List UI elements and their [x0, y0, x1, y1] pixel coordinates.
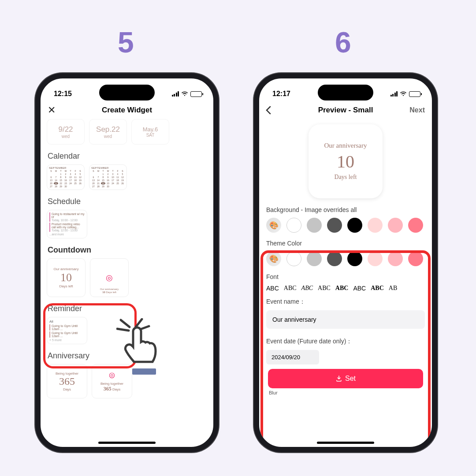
status-time: 12:15: [54, 90, 72, 98]
nav-bar: ✕ Create Widget: [41, 101, 213, 119]
schedule-widget-option[interactable]: Going to restaurant w/ my bfToday, 10:00…: [47, 210, 87, 238]
close-icon[interactable]: ✕: [48, 104, 56, 116]
color-swatch-darkgray[interactable]: [327, 251, 342, 266]
font-option[interactable]: ABC: [318, 285, 331, 292]
reminder-widget-option[interactable]: All Going to Gym Until 12am ... Going to…: [47, 317, 87, 344]
tap-gesture-icon: [116, 318, 165, 376]
back-icon[interactable]: [265, 106, 271, 115]
font-option[interactable]: ABC: [266, 285, 279, 292]
download-icon: [335, 375, 342, 382]
calendar-widget-option[interactable]: SEPTEMBER SMTWTFS 12345 6789101112 13141…: [89, 164, 127, 190]
label-font: Font: [266, 273, 425, 280]
label-theme: Theme Color: [266, 240, 425, 247]
color-swatch-pink[interactable]: [408, 251, 423, 266]
preview-config-scroll[interactable]: Our anniversary 10 Days left Background …: [259, 119, 432, 447]
phone-notch: [318, 85, 373, 100]
signal-icon: [172, 91, 179, 97]
wifi-icon: [181, 91, 188, 97]
section-countdown: Countdown: [48, 245, 207, 255]
font-option[interactable]: ABC: [353, 285, 366, 292]
award-badge-icon: ◎: [109, 371, 115, 379]
font-option[interactable]: ABC: [371, 285, 384, 292]
date-widget-option[interactable]: May.6SAT: [131, 119, 169, 145]
widget-preview: Our anniversary 10 Days left: [309, 124, 383, 198]
font-option[interactable]: AB: [389, 285, 397, 292]
step-number-5: 5: [118, 26, 134, 59]
calendar-widget-option[interactable]: SEPTEMBER SMTWTFS 12345 6789101112 13141…: [47, 164, 85, 190]
status-time: 12:17: [272, 90, 290, 98]
label-event-date: Event date (Future date only)：: [266, 338, 425, 346]
label-blur: Blur: [266, 390, 425, 395]
step-number-6: 6: [335, 26, 351, 59]
color-swatch-pink-light[interactable]: [368, 218, 383, 233]
svg-line-2: [136, 319, 142, 327]
svg-line-0: [121, 320, 130, 327]
battery-icon: [409, 91, 420, 97]
event-date-input[interactable]: [266, 350, 319, 364]
widget-categories-scroll[interactable]: 9/22wed Sep.22wed May.6SAT Calendar SEPT…: [41, 119, 213, 447]
phone-mockup-step5: 12:15 ✕ Create Widget 9/22wed Sep.22wed …: [35, 73, 219, 452]
palette-picker-icon[interactable]: 🎨: [266, 218, 281, 233]
font-option[interactable]: ABC: [301, 285, 313, 292]
palette-picker-icon[interactable]: 🎨: [266, 251, 281, 266]
battery-icon: [190, 91, 202, 97]
page-title: Preview - Small: [318, 106, 373, 115]
color-swatch-white[interactable]: [286, 218, 301, 233]
color-swatch-pink-mid[interactable]: [388, 218, 403, 233]
color-swatch-black[interactable]: [347, 218, 362, 233]
color-swatch-white[interactable]: [286, 251, 301, 266]
color-swatch-black[interactable]: [347, 251, 362, 266]
section-calendar: Calendar: [48, 152, 207, 161]
signal-icon: [390, 91, 398, 97]
nav-bar: Preview - Small Next: [259, 101, 432, 119]
color-swatch-darkgray[interactable]: [327, 218, 342, 233]
award-badge-icon: ◎: [106, 273, 113, 283]
home-indicator[interactable]: [317, 442, 374, 444]
date-widget-option[interactable]: Sep.22wed: [89, 119, 127, 145]
home-indicator[interactable]: [98, 442, 156, 444]
next-button[interactable]: Next: [409, 106, 425, 114]
theme-swatch-row: 🎨: [266, 251, 425, 266]
label-background: Background - Image overrides all: [266, 206, 425, 213]
svg-rect-4: [132, 368, 156, 375]
font-option[interactable]: ABC: [284, 285, 297, 292]
svg-line-1: [117, 329, 129, 331]
countdown-widget-option-alt[interactable]: ◎ Our anniversary10 Days left: [90, 258, 129, 297]
color-swatch-pink-light[interactable]: [368, 251, 383, 266]
color-swatch-pink[interactable]: [408, 218, 423, 233]
section-schedule: Schedule: [48, 197, 207, 206]
label-event-name: Event name：: [266, 298, 425, 306]
page-title: Create Widget: [102, 106, 152, 115]
set-button[interactable]: Set: [268, 369, 423, 388]
phone-notch: [99, 85, 155, 100]
background-swatch-row: 🎨: [266, 218, 425, 233]
color-swatch-pink-mid[interactable]: [388, 251, 403, 266]
color-swatch-lightgray[interactable]: [307, 251, 322, 266]
color-swatch-lightgray[interactable]: [307, 218, 322, 233]
event-name-input[interactable]: [266, 310, 425, 329]
date-widget-option[interactable]: 9/22wed: [47, 119, 85, 145]
phone-mockup-step6: 12:17 Preview - Small Next Our anniversa…: [254, 73, 437, 452]
wifi-icon: [400, 91, 407, 97]
countdown-widget-option[interactable]: Our anniversary 10 Days left: [47, 258, 86, 297]
anniversary-widget-option[interactable]: Being together 365 Days: [47, 364, 87, 398]
section-reminder: Reminder: [48, 304, 207, 313]
font-option[interactable]: ABC: [335, 285, 349, 292]
font-options-row: ABC ABC ABC ABC ABC ABC ABC AB: [266, 285, 425, 292]
